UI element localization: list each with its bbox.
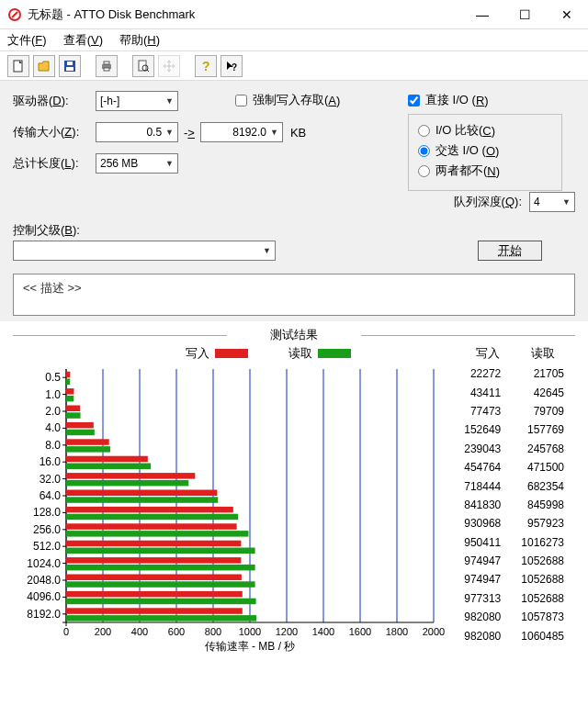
table-row: 841830845998 <box>455 497 573 513</box>
svg-text:0: 0 <box>63 626 69 637</box>
svg-text:16.0: 16.0 <box>40 455 62 468</box>
close-button[interactable]: ✕ <box>546 0 588 29</box>
svg-rect-64 <box>66 480 188 487</box>
table-row: 9504111016273 <box>455 534 573 551</box>
overlapped-io-radio[interactable]: 交迭 I/O (O) <box>418 142 552 159</box>
parent-select[interactable]: ▼ <box>13 241 276 261</box>
svg-rect-3 <box>66 67 74 71</box>
app-icon <box>7 7 22 22</box>
svg-text:2.0: 2.0 <box>45 405 61 418</box>
svg-text:1400: 1400 <box>312 626 334 637</box>
svg-rect-56 <box>66 446 110 453</box>
table-row: 2227221705 <box>455 365 573 382</box>
toolbar: ? ? <box>0 51 588 81</box>
svg-text:1600: 1600 <box>349 626 371 637</box>
direct-io-checkbox[interactable]: 直接 I/O (R) <box>408 92 489 108</box>
minimize-button[interactable]: ― <box>461 0 503 29</box>
whatsthis-icon[interactable]: ? <box>220 55 243 77</box>
svg-rect-4 <box>67 62 73 65</box>
form-area: 驱动器(D): [-h-]▼ 传输大小(Z): 0.5▼ -> 8192.0▼ … <box>0 81 588 321</box>
svg-text:传输速率 - MB / 秒: 传输速率 - MB / 秒 <box>205 640 296 653</box>
svg-text:256.0: 256.0 <box>33 523 61 536</box>
svg-text:1200: 1200 <box>276 626 298 637</box>
new-icon[interactable] <box>7 55 29 77</box>
menu-view[interactable]: 查看(V) <box>63 32 103 49</box>
svg-text:8192.0: 8192.0 <box>27 608 61 621</box>
svg-rect-87 <box>66 575 242 581</box>
transfer-to-select[interactable]: 8192.0▼ <box>200 122 283 142</box>
svg-rect-55 <box>66 439 109 445</box>
table-row: 9820801060485 <box>455 627 573 644</box>
svg-rect-88 <box>66 581 255 588</box>
svg-text:512.0: 512.0 <box>33 540 61 553</box>
svg-text:0.5: 0.5 <box>45 371 61 384</box>
table-row: 9773131052688 <box>455 590 573 607</box>
neither-radio[interactable]: 两者都不(N) <box>418 162 552 179</box>
total-label: 总计长度(L): <box>13 155 96 172</box>
move-icon <box>158 55 180 77</box>
svg-text:4.0: 4.0 <box>45 421 61 434</box>
svg-rect-68 <box>66 497 218 503</box>
svg-text:2000: 2000 <box>423 626 445 637</box>
svg-text:1024.0: 1024.0 <box>27 557 61 570</box>
svg-rect-6 <box>104 62 109 64</box>
svg-text:32.0: 32.0 <box>40 473 62 486</box>
svg-rect-51 <box>66 422 94 429</box>
transfer-label: 传输大小(Z): <box>13 124 96 140</box>
print-icon[interactable] <box>96 55 118 77</box>
svg-rect-47 <box>66 406 80 412</box>
svg-text:400: 400 <box>131 626 148 637</box>
svg-text:?: ? <box>232 62 237 73</box>
start-button[interactable]: 开始 <box>478 241 542 261</box>
menubar: 文件(F) 查看(V) 帮助(H) <box>0 29 588 51</box>
help-icon[interactable]: ? <box>195 55 217 77</box>
preview-icon[interactable] <box>132 55 154 77</box>
transfer-unit: KB <box>290 126 306 140</box>
svg-rect-79 <box>66 541 241 547</box>
maximize-button[interactable]: ☐ <box>503 0 546 29</box>
svg-rect-71 <box>66 507 233 513</box>
svg-text:200: 200 <box>95 626 111 637</box>
table-row: 9820801057873 <box>455 609 573 625</box>
results-title: 测试结果 <box>13 327 575 343</box>
svg-rect-84 <box>66 565 255 571</box>
svg-text:600: 600 <box>168 626 185 637</box>
results-table: 2227221705434114264577473797091526491577… <box>453 364 575 646</box>
svg-rect-72 <box>66 514 238 521</box>
table-row: 930968957923 <box>455 515 573 532</box>
menu-help[interactable]: 帮助(H) <box>119 32 160 49</box>
svg-text:800: 800 <box>205 626 221 637</box>
description-box[interactable]: << 描述 >> <box>13 274 575 316</box>
table-row: 9749471052688 <box>455 553 573 569</box>
table-row: 454764471500 <box>455 459 573 476</box>
svg-rect-67 <box>66 490 217 497</box>
transfer-from-select[interactable]: 0.5▼ <box>96 122 178 142</box>
svg-rect-52 <box>66 430 95 436</box>
svg-rect-7 <box>104 68 109 71</box>
svg-rect-80 <box>66 548 255 554</box>
table-row: 718444682354 <box>455 477 573 494</box>
chart-area: 02004006008001000120014001600180020000.5… <box>13 364 575 657</box>
svg-text:1.0: 1.0 <box>45 388 61 401</box>
svg-text:64.0: 64.0 <box>40 489 62 502</box>
svg-text:1000: 1000 <box>239 626 261 637</box>
io-compare-radio[interactable]: I/O 比较(C) <box>418 122 552 139</box>
svg-text:8.0: 8.0 <box>45 439 61 452</box>
drive-select[interactable]: [-h-]▼ <box>96 91 178 111</box>
results-panel: 测试结果 写入 读取 写入 读取 02004006008001000120014… <box>13 327 575 657</box>
save-icon[interactable] <box>59 55 81 77</box>
total-select[interactable]: 256 MB▼ <box>96 153 178 174</box>
svg-text:?: ? <box>202 60 210 73</box>
drive-label: 驱动器(D): <box>13 93 96 109</box>
force-write-checkbox[interactable]: 强制写入存取(A) <box>235 92 340 108</box>
table-row: 7747379709 <box>455 403 573 420</box>
queue-select[interactable]: 4▼ <box>529 192 575 212</box>
svg-rect-96 <box>66 615 256 622</box>
open-icon[interactable] <box>33 55 55 77</box>
svg-rect-43 <box>66 388 74 395</box>
svg-rect-76 <box>66 531 248 537</box>
transfer-op: -> <box>184 126 195 140</box>
titlebar: 无标题 - ATTO Disk Benchmark ― ☐ ✕ <box>0 0 588 29</box>
svg-text:128.0: 128.0 <box>33 506 61 519</box>
menu-file[interactable]: 文件(F) <box>7 32 47 49</box>
